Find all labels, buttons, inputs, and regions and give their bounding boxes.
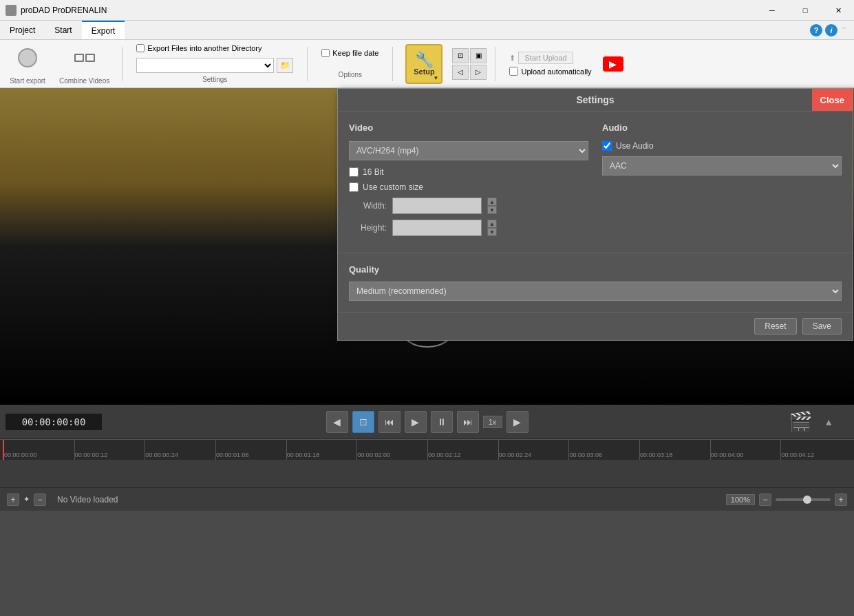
timeline-ruler: 00:00:00:00 00:00:00:12 00:00:00:24 00:0…: [0, 439, 854, 460]
combine-videos-label: Combine Videos: [59, 74, 109, 85]
divider-3: [392, 47, 393, 81]
height-input[interactable]: [392, 220, 482, 236]
zoom-slider-thumb[interactable]: [803, 496, 811, 504]
maximize-button[interactable]: □: [789, 0, 821, 21]
width-input[interactable]: [392, 198, 482, 214]
export-dir-checkbox[interactable]: [136, 44, 145, 52]
custom-size-label: Use custom size: [363, 182, 423, 192]
close-button[interactable]: ✕: [822, 0, 854, 21]
dir-browse-button[interactable]: 📁: [277, 58, 293, 73]
start-export-label: Start export: [10, 74, 45, 85]
monitor-icon-button[interactable]: ▣: [470, 48, 487, 63]
playback-icon-buttons: ⊡ ▣ ◁ ▷: [452, 48, 487, 80]
next-frame-button[interactable]: ⏭: [457, 411, 479, 433]
ruler-mark-5: 00:00:02:00: [356, 440, 427, 460]
youtube-play-icon: ▶: [609, 59, 617, 70]
bit16-checkbox[interactable]: [349, 167, 359, 177]
transport-bar: 00:00:00:00 ◀ ⊡ ⏮ ▶ ⏸ ⏭ 1x ▶ 🎬 ▲: [0, 405, 854, 439]
video-section-title: Video: [349, 123, 588, 133]
upload-auto-label: Upload automatically: [521, 67, 591, 76]
ruler-mark-0: 00:00:00:00: [3, 440, 74, 460]
settings-footer: Reset Save: [338, 312, 853, 340]
zoom-minus-button[interactable]: −: [759, 493, 771, 506]
use-audio-checkbox-row: Use Audio: [602, 141, 842, 151]
screen-view-button[interactable]: ⊡: [352, 411, 374, 433]
pause-button[interactable]: ⏸: [431, 411, 453, 433]
start-export-section: Start export: [6, 43, 50, 85]
upload-auto-checkbox[interactable]: [509, 67, 518, 76]
custom-size-checkbox[interactable]: [349, 182, 359, 192]
settings-body: Video AVC/H264 (mp4) AVC/H264 (mov) HEVC…: [338, 111, 853, 253]
rewind-button[interactable]: ⏮: [378, 411, 401, 433]
zoom-plus-button[interactable]: +: [835, 493, 847, 506]
ruler-mark-4: 00:00:01:18: [286, 440, 357, 460]
forward-button[interactable]: ▶: [506, 411, 529, 433]
settings-audio-column: Audio Use Audio AAC MP3 PCM: [602, 123, 842, 242]
screen-icon-button[interactable]: ⊡: [452, 48, 469, 63]
prev-icon-button[interactable]: ◁: [452, 65, 469, 80]
menubar: Project Start Export ? i ⌃: [0, 21, 854, 40]
save-button[interactable]: Save: [802, 318, 842, 334]
settings-title-bar: Settings Close: [338, 89, 853, 111]
info-button[interactable]: i: [825, 24, 837, 36]
status-left: + ✦ − No Video loaded: [7, 493, 118, 506]
start-upload-row: ⬆ Start Upload: [509, 52, 591, 64]
reset-button[interactable]: Reset: [754, 318, 796, 334]
collapse-button[interactable]: ⌃: [840, 25, 848, 36]
zoom-in-button[interactable]: +: [7, 493, 19, 506]
divider-4: [495, 47, 495, 81]
ruler-mark-10: 00:00:04:00: [710, 440, 781, 460]
quality-dropdown[interactable]: Low Medium (recommended) High Very High: [349, 282, 842, 301]
settings-video-column: Video AVC/H264 (mp4) AVC/H264 (mov) HEVC…: [349, 123, 588, 242]
youtube-icon[interactable]: ▶: [603, 56, 623, 72]
settings-quality-section: Quality Low Medium (recommended) High Ve…: [338, 253, 853, 312]
zoom-out-button[interactable]: −: [34, 493, 46, 506]
prev-button[interactable]: ◀: [326, 411, 348, 433]
dir-dropdown[interactable]: [136, 58, 274, 73]
audio-format-dropdown[interactable]: AAC MP3 PCM: [602, 156, 842, 176]
export-dir-checkbox-row: Export Files into another Directory: [136, 44, 293, 52]
width-field-row: Width: ▲ ▼: [349, 198, 588, 214]
start-export-icon: [18, 48, 37, 67]
setup-button[interactable]: 🔧 Setup ▼: [405, 44, 442, 84]
bit16-label: 16 Bit: [363, 167, 384, 177]
tab-export[interactable]: Export: [82, 21, 125, 39]
next-icon-button[interactable]: ▷: [470, 65, 487, 80]
width-label: Width:: [349, 201, 387, 211]
settings-title: Settings: [576, 94, 614, 105]
window-controls: ─ □ ✕: [756, 0, 854, 21]
keep-file-date-checkbox[interactable]: [321, 49, 330, 57]
height-label: Height:: [349, 223, 387, 233]
dir-input-row: 📁: [136, 58, 293, 73]
tab-start[interactable]: Start: [45, 21, 81, 39]
ruler-mark-9: 00:00:03:18: [639, 440, 710, 460]
titlebar: proDAD ProDRENALIN ─ □ ✕: [0, 0, 854, 21]
settings-close-button[interactable]: Close: [812, 89, 853, 111]
start-export-button[interactable]: [10, 43, 45, 74]
collapse-timeline-button[interactable]: ▲: [824, 416, 833, 427]
bit16-checkbox-row: 16 Bit: [349, 167, 588, 177]
upload-section: ⬆ Start Upload Upload automatically: [504, 49, 597, 78]
start-upload-button[interactable]: Start Upload: [518, 52, 573, 64]
export-dir-label: Export Files into another Directory: [147, 44, 261, 52]
divider-2: [307, 47, 308, 81]
ruler-marks-container: 00:00:00:00 00:00:00:12 00:00:00:24 00:0…: [0, 440, 854, 460]
tab-project[interactable]: Project: [0, 21, 45, 39]
minimize-button[interactable]: ─: [756, 0, 788, 21]
width-spin-down[interactable]: ▼: [487, 206, 497, 214]
height-spin-up[interactable]: ▲: [487, 220, 497, 228]
status-bar: + ✦ − No Video loaded 100% − +: [0, 487, 854, 511]
height-spin-down[interactable]: ▼: [487, 228, 497, 236]
zoom-percent-display: 100%: [726, 494, 755, 505]
width-spin-up[interactable]: ▲: [487, 198, 497, 206]
help-button[interactable]: ?: [810, 24, 822, 36]
upload-arrow-icon: ⬆: [509, 54, 515, 63]
play-button[interactable]: ▶: [405, 411, 427, 433]
speed-indicator: 1x: [483, 416, 502, 428]
combine-videos-button[interactable]: [67, 43, 103, 74]
setup-section: 🔧 Setup ▼: [401, 43, 447, 85]
keep-file-date-label: Keep file date: [332, 49, 378, 57]
use-audio-checkbox[interactable]: [602, 141, 612, 151]
video-format-dropdown[interactable]: AVC/H264 (mp4) AVC/H264 (mov) HEVC/H265 …: [349, 141, 588, 160]
app-icon: [6, 5, 17, 16]
